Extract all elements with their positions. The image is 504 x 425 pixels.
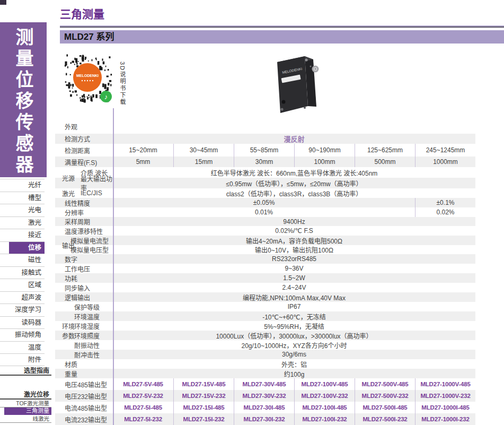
row-group-label: 光源 (62, 174, 75, 183)
row-label: 功耗 (55, 273, 113, 283)
model-number: MLD27-15V-485 (173, 378, 234, 390)
row-label: 重量 (55, 369, 113, 378)
spec-value: 30g/6ms (113, 350, 475, 359)
spec-row: 数字RS232orRS485 (55, 254, 475, 264)
spec-cell: 1000mm (415, 157, 475, 167)
row-values: IP67 (113, 302, 475, 311)
row-values: 5mm15mm30mm100mm500mm1000mm (113, 157, 475, 167)
title-divider (60, 25, 504, 28)
sidebar-item[interactable]: 光电 (0, 204, 45, 216)
row-values: 编程功能,NPN:100mA Max,40V Max (113, 292, 475, 302)
corner-print-mark (0, 0, 6, 5)
spec-cell: 0.02% (415, 207, 475, 217)
spec-value: 红色半导体激光 波长：660nm,蓝色半导体激光 波长:405nm (113, 167, 475, 178)
spec-row: 线性精度±0.05%±0.1% (55, 198, 475, 207)
subnav-item[interactable]: 线激光 (0, 415, 51, 423)
spec-value: 漫反射 (113, 134, 475, 144)
row-values: 0.02%/℃ F.S (113, 226, 475, 236)
music-note-icon: ♪ (104, 93, 108, 101)
spec-table: 外观检测方式漫反射检测距离15~20mm30~45mm55~85mm90~190… (55, 119, 475, 425)
model-number: MLD27-30V-485 (234, 378, 294, 390)
product-photo: MELODENKI (271, 52, 329, 118)
row-values: 2.4~24V (113, 283, 475, 292)
qr-code: MELODENKI ♪ (61, 50, 116, 108)
model-number: MLD27-500I-232 (355, 413, 415, 425)
spec-value: 5%~95%RH，无凝结 (113, 321, 475, 331)
spec-row: 材质外壳：铝 (55, 359, 475, 369)
model-number: MLD27-1000V-232 (415, 390, 475, 402)
row-values: RS232orRS485 (113, 254, 475, 264)
row-values: 10000Lux（低功率），30000lux，>30000lux（高功率） (113, 331, 475, 340)
catalog-page: 测量位移传感器 光纤槽型光电激光接近位移磁性接触式区域超声波深度学习读码器振动倾… (0, 0, 504, 425)
row-label: 逻辑输出 (55, 292, 113, 302)
row-label: 电压485输出型 (55, 378, 113, 390)
subnav-item[interactable]: TOF激光测量 (0, 400, 51, 407)
qr-brand-text: MELODENKI (76, 74, 99, 77)
model-number: MLD27-5I-485 (113, 402, 173, 413)
sidebar-item[interactable]: 振动倾角 (0, 328, 45, 341)
spec-value: class2（低功率），class3R，class3B（高功率） (113, 188, 475, 198)
row-label: 外观 (55, 119, 113, 134)
spec-row: 电压232输出型MLD27-5V-232MLD27-15V-232MLD27-3… (55, 390, 475, 402)
row-values: 漫反射 (113, 134, 475, 144)
sidebar-item[interactable]: 接近 (0, 229, 45, 241)
spec-row: 环境湿度5%~95%RH，无凝结 (55, 321, 475, 331)
spec-cell: 5mm (113, 157, 173, 167)
row-values: class2（低功率），class3R，class3B（高功率） (113, 188, 475, 198)
model-number: MLD27-1000I-232 (415, 413, 475, 425)
spec-row: 模拟量电流型输出4~20mA，容许负载电阻500Ω (55, 236, 475, 245)
series-header: MLD27 系列 (60, 30, 504, 44)
spec-value: 输出4~20mA，容许负载电阻500Ω (113, 236, 475, 245)
row-label: 电压232输出型 (55, 390, 113, 402)
row-values: 红色半导体激光 波长：660nm,蓝色半导体激光 波长:405nm (113, 167, 475, 178)
row-label: 电流485输出型 (55, 402, 113, 413)
qr-center-badge (73, 63, 102, 92)
sidebar-item[interactable]: 深度学习 (0, 303, 45, 316)
sidebar-item[interactable]: 槽型 (0, 192, 45, 204)
row-values (113, 119, 475, 134)
spec-cell: 500mm (355, 157, 415, 167)
spec-value: 20g/10~1000Hz，XYZ各方向6个小时 (113, 340, 475, 350)
spec-row: 电流232输出型MLD27-5I-232MLD27-15I-232MLD27-3… (55, 413, 475, 425)
row-group-label: 输出 (62, 240, 75, 249)
spec-row: 模拟量电压型输出0~10V，输出抗阻100Ω (55, 245, 475, 254)
row-label: 检测距离 (55, 144, 113, 157)
sidebar-item[interactable]: 光纤 (0, 179, 45, 192)
subnav-item[interactable]: 激光位移 (0, 391, 51, 400)
qr-download-label: 3D说明书下载 (118, 62, 127, 106)
sensor-image: MELODENKI (271, 52, 329, 118)
row-values: MLD27-5V-485MLD27-15V-485MLD27-30V-485ML… (113, 378, 475, 390)
row-values: 1.5~2W (113, 273, 475, 283)
model-number: MLD27-30I-485 (234, 402, 294, 413)
spec-value: 1.5~2W (113, 273, 475, 283)
sidebar-item[interactable]: 超声波 (0, 291, 45, 304)
row-values: -10℃~+60℃，无冻结 (113, 311, 475, 321)
row-label: 耐冲击性 (55, 350, 113, 359)
model-number: MLD27-30V-232 (234, 390, 294, 402)
spec-value: 9~36V (113, 264, 475, 273)
row-label: 分辨率 (55, 207, 113, 217)
sidebar-item[interactable]: 区域 (0, 279, 45, 291)
model-number: MLD27-15I-232 (173, 413, 234, 425)
sidebar-vertical-title: 测量位移传感器 (14, 28, 32, 177)
row-label: 满量程(F.S) (55, 157, 113, 167)
sidebar-item[interactable]: 接触式 (0, 266, 45, 279)
subnav-item[interactable]: 三角测量 (0, 407, 51, 415)
row-values: 9400Hz (113, 217, 475, 226)
row-values: MLD27-5I-232MLD27-15I-232MLD27-30I-232ML… (113, 413, 475, 425)
model-number: MLD27-500V-232 (355, 390, 415, 402)
sidebar-item[interactable]: 附件 (0, 353, 45, 366)
qr-code-image: MELODENKI ♪ (61, 50, 116, 108)
sidebar-item[interactable]: 温度 (0, 341, 45, 354)
sidebar-item[interactable]: 磁性 (0, 254, 45, 266)
model-number: MLD27-100I-232 (294, 413, 355, 425)
row-label: 工作电压 (55, 264, 113, 273)
sidebar-item[interactable]: 读码器 (0, 316, 45, 329)
sidebar-item[interactable]: 激光 (0, 216, 45, 229)
spec-row: 环境照度10000Lux（低功率），30000lux，>30000lux（高功率… (55, 331, 475, 340)
model-number: MLD27-15I-485 (173, 402, 234, 413)
subnav-item[interactable]: 选型指南 (0, 367, 51, 376)
spec-cell: 15mm (173, 157, 234, 167)
spec-cell: ±0.05% (113, 198, 415, 207)
sidebar-item[interactable]: 位移 (0, 241, 45, 254)
